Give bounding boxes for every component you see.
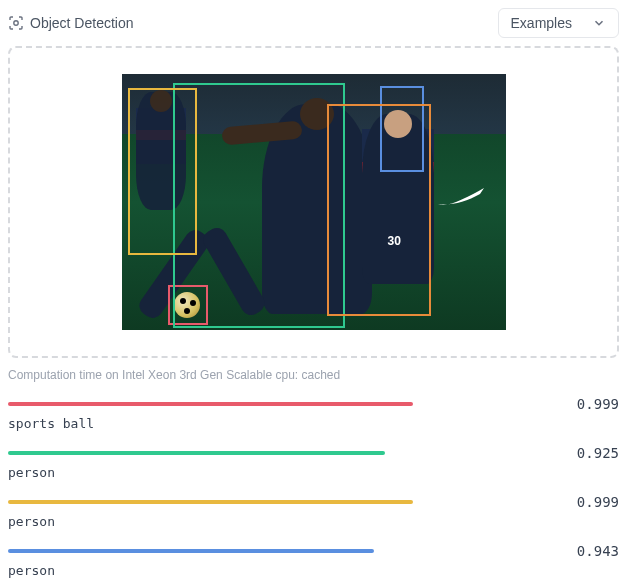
result-row: 0.999person (8, 494, 619, 529)
score-value: 0.999 (571, 494, 619, 510)
class-label: person (8, 465, 619, 480)
result-row: 0.925person (8, 445, 619, 480)
class-label: person (8, 563, 619, 578)
swoosh-icon (436, 184, 486, 210)
detection-image (122, 74, 506, 330)
class-label: sports ball (8, 416, 619, 431)
score-bar (8, 451, 563, 455)
examples-dropdown-label: Examples (511, 15, 572, 31)
examples-dropdown[interactable]: Examples (498, 8, 619, 38)
chevron-down-icon (592, 16, 606, 30)
header-bar: Object Detection Examples (8, 0, 619, 46)
result-row: 0.943person (8, 543, 619, 578)
score-value: 0.999 (571, 396, 619, 412)
compute-caption: Computation time on Intel Xeon 3rd Gen S… (8, 368, 619, 382)
object-detection-icon (8, 15, 24, 31)
result-row: 0.999sports ball (8, 396, 619, 431)
header-title-wrap: Object Detection (8, 15, 134, 31)
page-title: Object Detection (30, 15, 134, 31)
results-list: 0.999sports ball0.925person0.999person0.… (8, 396, 619, 581)
score-bar (8, 549, 563, 553)
class-label: person (8, 514, 619, 529)
score-value: 0.925 (571, 445, 619, 461)
score-bar (8, 402, 563, 406)
score-value: 0.943 (571, 543, 619, 559)
svg-point-0 (14, 21, 18, 25)
score-bar (8, 500, 563, 504)
image-dropzone[interactable] (8, 46, 619, 358)
